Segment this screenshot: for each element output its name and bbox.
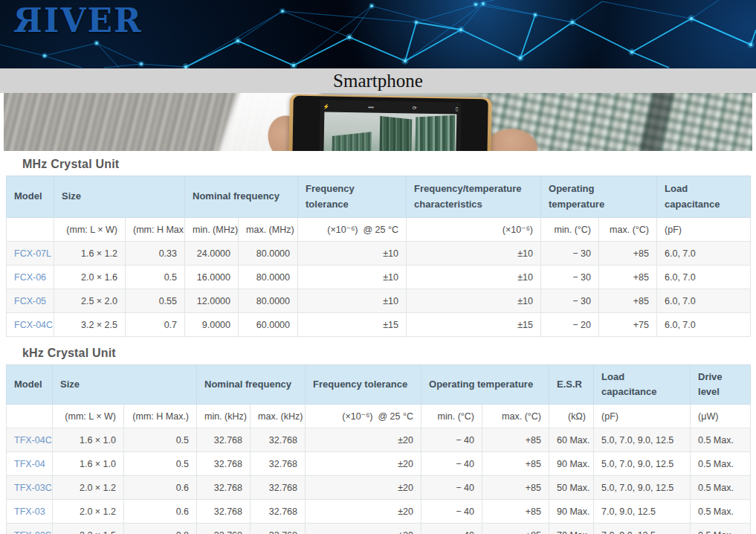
unit-header-cell (7, 405, 53, 428)
data-cell: 12.0000 (185, 289, 239, 313)
table-row: TFX-04C1.6 × 1.00.532.76832.768±20− 40+8… (7, 428, 751, 452)
data-cell: ±20 (306, 428, 421, 452)
column-group-header: Load capacitance (594, 365, 691, 405)
page-title-strip: Smartphone (0, 68, 756, 93)
data-cell: ±10 (407, 289, 541, 313)
photo-viewfinder (323, 112, 456, 151)
table-row: TFX-032.0 × 1.20.632.76832.768±20− 40+85… (7, 500, 751, 524)
data-cell: 0.5 Max. (691, 428, 751, 452)
section-title-khz: kHz Crystal Unit (22, 347, 756, 360)
data-cell: 32.768 (197, 524, 251, 534)
model-link[interactable]: TFX-03 (14, 506, 45, 517)
unit-header-cell: min. (°C) (421, 405, 482, 428)
data-cell: 16.0000 (185, 266, 239, 289)
data-cell: +85 (482, 476, 549, 500)
photo-phone: ⚡ ▪▪▪ ⟳ ▯ (288, 94, 492, 151)
unit-header-cell: (mm: H Max.) (126, 218, 185, 242)
data-cell: ±20 (306, 476, 421, 500)
model-cell: TFX-02S (7, 524, 53, 534)
unit-header-cell: (μW) (691, 405, 751, 428)
table-row: TFX-03C2.0 × 1.20.632.76832.768±20− 40+8… (7, 476, 751, 500)
data-cell: 0.5 Max. (691, 524, 751, 534)
data-cell: ±10 (298, 266, 407, 289)
data-cell: 32.768 (251, 500, 306, 524)
data-cell: 0.6 (124, 476, 197, 500)
model-link[interactable]: FCX-06 (14, 272, 46, 283)
unit-header-cell: max. (kHz) (251, 405, 306, 428)
model-link[interactable]: TFX-03C (14, 483, 52, 493)
column-group-header: Frequency tolerance (298, 176, 407, 218)
data-cell: 2.0 × 1.6 (54, 266, 126, 289)
data-cell: 7.0, 9.0, 12.5 (594, 500, 691, 524)
data-cell: ±10 (407, 266, 541, 289)
data-cell: 0.5 Max. (691, 500, 751, 524)
model-cell: FCX-06 (7, 266, 54, 289)
header-banner: ЯIVER (0, 0, 756, 68)
data-cell: 5.0, 7.0, 9.0, 12.5 (594, 452, 691, 476)
data-cell: 6.0, 7.0 (657, 289, 751, 313)
table-row: FCX-07L1.6 × 1.20.3324.000080.0000±10±10… (7, 242, 751, 266)
model-link[interactable]: TFX-02S (14, 530, 51, 534)
data-cell: 9.0000 (185, 313, 239, 337)
data-cell: +85 (482, 452, 549, 476)
data-cell: 80.0000 (239, 289, 298, 313)
model-cell: FCX-04C (7, 313, 54, 337)
section-title-mhz: MHz Crystal Unit (22, 158, 756, 171)
data-cell: 2.5 × 2.0 (54, 289, 126, 313)
unit-header-cell: (×10⁻⁶) @ 25 °C (298, 218, 407, 242)
column-group-header: Operating temperature (421, 365, 549, 405)
model-cell: TFX-04 (7, 452, 53, 476)
data-cell: 3.2 × 1.5 (53, 524, 124, 534)
data-cell: 6.0, 7.0 (657, 242, 751, 266)
column-group-header: Operating temperature (541, 176, 657, 218)
data-cell: 6.0, 7.0 (657, 266, 751, 289)
data-cell: − 40 (421, 524, 482, 534)
data-cell: ±20 (306, 500, 421, 524)
data-cell: 0.33 (126, 242, 185, 266)
data-cell: 80.0000 (239, 242, 298, 266)
data-cell: 0.5 (124, 452, 197, 476)
battery-icon: ▯ (456, 106, 459, 111)
data-cell: ±20 (306, 524, 421, 534)
data-cell: 90 Max. (549, 452, 594, 476)
model-link[interactable]: TFX-04 (14, 459, 45, 469)
photo-tower (415, 115, 456, 151)
khz-table-container: ModelSizeNominal frequencyFrequency tole… (0, 364, 756, 534)
unit-header-cell: min. (kHz) (197, 405, 251, 428)
data-cell: 32.768 (251, 476, 306, 500)
column-group-header: Model (7, 365, 53, 405)
data-cell: − 40 (421, 452, 482, 476)
data-cell: 32.768 (251, 452, 306, 476)
unit-header-cell: (mm: L × W) (54, 218, 126, 242)
data-cell: 32.768 (197, 452, 251, 476)
model-link[interactable]: FCX-07L (14, 248, 51, 259)
unit-header-cell: (×10⁻⁶) @ 25 °C (306, 405, 421, 428)
data-cell: 32.768 (251, 524, 306, 534)
model-link[interactable]: FCX-05 (14, 296, 46, 306)
data-cell: 24.0000 (185, 242, 239, 266)
photo-tower (379, 116, 412, 151)
data-cell: − 30 (541, 266, 599, 289)
model-link[interactable]: TFX-04C (14, 435, 52, 445)
model-cell: FCX-05 (7, 289, 54, 313)
brand-logo[interactable]: ЯIVER (13, 1, 143, 39)
data-cell: 32.768 (197, 500, 251, 524)
data-cell: 0.7 (126, 313, 185, 337)
model-link[interactable]: FCX-04C (14, 320, 53, 330)
page-title: Smartphone (333, 71, 423, 90)
data-cell: 60 Max. (549, 428, 594, 452)
data-cell: 1.6 × 1.2 (54, 242, 126, 266)
unit-header-cell (7, 218, 54, 242)
table-row: TFX-041.6 × 1.00.532.76832.768±20− 40+85… (7, 452, 751, 476)
unit-header-cell: (pF) (594, 405, 691, 428)
unit-header-cell: (pF) (657, 218, 751, 242)
mhz-crystal-unit-table: ModelSizeNominal frequencyFrequency tole… (6, 176, 751, 337)
data-cell: ±20 (306, 452, 421, 476)
data-cell: 6.0, 7.0 (657, 313, 751, 337)
data-cell: − 30 (541, 289, 599, 313)
data-cell: 32.768 (251, 428, 306, 452)
column-group-header: Size (53, 365, 197, 405)
data-cell: +85 (482, 500, 549, 524)
data-cell: 32.768 (197, 428, 251, 452)
data-cell: 0.55 (126, 289, 185, 313)
